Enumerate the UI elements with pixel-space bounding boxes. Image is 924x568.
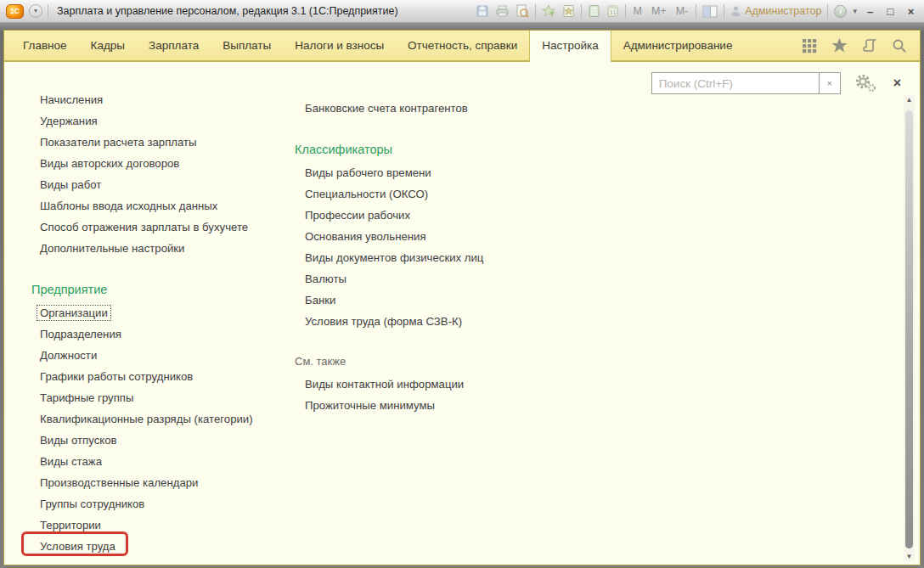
current-user-button[interactable]: Администратор: [730, 5, 821, 17]
search-field-group: ×: [651, 72, 841, 94]
split-window-icon[interactable]: [702, 5, 718, 18]
red-highlight-box: [21, 531, 128, 556]
settings-panel: × × НачисленияУдержанияПоказатели расчет…: [4, 62, 920, 565]
nav-link[interactable]: Виды документов физических лиц: [305, 247, 483, 268]
favorites-list-icon[interactable]: [562, 4, 575, 18]
memory-recall-button[interactable]: M: [632, 5, 644, 17]
nav-link[interactable]: Условия труда (форма СЗВ-К): [305, 311, 462, 332]
tab-staff[interactable]: Кадры: [79, 31, 137, 60]
nav-link[interactable]: Производственные календари: [40, 472, 198, 493]
nav-link[interactable]: Территории: [40, 515, 101, 536]
user-icon: [730, 5, 741, 17]
separator: [827, 4, 828, 19]
titlebar-toolbar: 31 M M+ M- Администратор i ▾ – □ ×: [476, 4, 918, 19]
system-menu-button[interactable]: ▾: [29, 4, 42, 18]
tabbar-tools: [801, 31, 920, 60]
search-input[interactable]: [652, 73, 819, 93]
search-clear-button[interactable]: ×: [819, 73, 840, 93]
separator: [48, 4, 48, 19]
panel-search-row: × ×: [651, 72, 901, 94]
save-icon[interactable]: [476, 4, 489, 18]
app-window: 1С ▾ Зарплата и управление персоналом, р…: [0, 0, 924, 568]
tabs: ГлавноеКадрыЗарплатаВыплатыНалоги и взно…: [11, 31, 744, 60]
nav-link[interactable]: Дополнительные настройки: [40, 238, 184, 259]
window-title: Зарплата и управление персоналом, редакц…: [57, 5, 398, 17]
svg-text:31: 31: [609, 9, 616, 16]
section-heading: Предприятие: [31, 278, 253, 302]
tab-reports[interactable]: Отчетность, справки: [396, 31, 529, 60]
section-heading: Классификаторы: [295, 138, 483, 162]
nav-link[interactable]: Тарифные группы: [40, 387, 133, 408]
favorites-icon[interactable]: [831, 37, 848, 54]
nav-right-column: Банковские счета контрагентовКлассификат…: [295, 98, 483, 416]
window-frame: ГлавноеКадрыЗарплатаВыплатыНалоги и взно…: [0, 23, 924, 568]
scrollbar-thumb[interactable]: [905, 110, 913, 548]
separator: [724, 4, 724, 19]
nav-link[interactable]: Подразделения: [40, 323, 121, 345]
section-tab-bar: ГлавноеКадрыЗарплатаВыплатыНалоги и взно…: [4, 31, 920, 62]
calendar-icon[interactable]: 31: [606, 4, 619, 18]
separator: [535, 4, 536, 19]
nav-link[interactable]: Квалификационные разряды (категории): [40, 408, 253, 430]
print-preview-icon[interactable]: [516, 4, 529, 18]
calculator-icon[interactable]: [588, 4, 600, 18]
nav-link[interactable]: Должности: [40, 345, 97, 366]
focused-link-text: Организации: [37, 305, 111, 321]
maximize-button[interactable]: □: [883, 5, 898, 18]
tab-administration[interactable]: Администрирование: [611, 31, 745, 60]
history-icon[interactable]: [861, 37, 878, 54]
vertical-scrollbar[interactable]: ▲ ▼: [904, 95, 915, 562]
tab-settings[interactable]: Настройка: [529, 31, 611, 62]
nav-link[interactable]: Показатели расчета зарплаты: [40, 132, 197, 153]
chevron-down-icon[interactable]: ▾: [853, 7, 857, 15]
nav-link[interactable]: Виды рабочего времени: [305, 162, 431, 183]
tab-salary[interactable]: Зарплата: [137, 31, 211, 60]
nav-link[interactable]: Условия труда: [40, 536, 116, 557]
nav-left-column: НачисленияУдержанияПоказатели расчета за…: [31, 89, 253, 557]
nav-link[interactable]: Прожиточные минимумы: [305, 395, 435, 416]
scroll-up-icon[interactable]: ▲: [904, 95, 915, 105]
nav-link[interactable]: Виды отпусков: [40, 430, 117, 451]
nav-link[interactable]: Удержания: [40, 110, 98, 132]
all-functions-icon[interactable]: [801, 37, 818, 54]
nav-link[interactable]: Начисления: [40, 89, 103, 110]
nav-link[interactable]: Валюты: [305, 268, 346, 290]
add-to-favorites-icon[interactable]: [542, 4, 556, 18]
nav-link[interactable]: Виды контактной информации: [305, 374, 464, 395]
nav-link[interactable]: Виды авторских договоров: [40, 153, 179, 174]
panel-close-icon[interactable]: ×: [893, 76, 901, 91]
tab-taxes[interactable]: Налоги и взносы: [283, 31, 396, 60]
nav-link[interactable]: Банковские счета контрагентов: [305, 98, 468, 119]
1c-logo-icon: 1С: [6, 4, 24, 19]
nav-link[interactable]: Способ отражения зарплаты в бухучете: [40, 217, 248, 238]
see-also-heading: См. также: [295, 349, 483, 374]
memory-plus-button[interactable]: M+: [650, 5, 668, 17]
panel-settings-gear-icon[interactable]: [854, 74, 876, 93]
global-search-icon[interactable]: [891, 37, 908, 54]
info-icon[interactable]: i: [834, 5, 847, 18]
memory-minus-button[interactable]: M-: [674, 5, 690, 17]
separator: [696, 4, 696, 19]
nav-link[interactable]: Графики работы сотрудников: [40, 366, 193, 387]
nav-link[interactable]: Организации: [40, 302, 111, 323]
window-content: ГлавноеКадрыЗарплатаВыплатыНалоги и взно…: [3, 30, 921, 565]
minimize-button[interactable]: –: [863, 5, 877, 18]
nav-link[interactable]: Основания увольнения: [305, 226, 426, 247]
nav-link[interactable]: Шаблоны ввода исходных данных: [40, 195, 217, 217]
tab-payments[interactable]: Выплаты: [211, 31, 283, 60]
nav-link[interactable]: Профессии рабочих: [305, 205, 410, 226]
print-icon[interactable]: [495, 4, 510, 18]
tab-main[interactable]: Главное: [11, 31, 79, 60]
nav-link[interactable]: Группы сотрудников: [40, 493, 144, 515]
nav-link[interactable]: Виды стажа: [40, 451, 102, 472]
close-button[interactable]: ×: [904, 5, 918, 18]
nav-link[interactable]: Виды работ: [40, 174, 101, 195]
user-name: Администратор: [745, 5, 821, 17]
title-bar: 1С ▾ Зарплата и управление персоналом, р…: [0, 0, 924, 23]
scroll-down-icon[interactable]: ▼: [904, 552, 915, 562]
nav-link[interactable]: Банки: [305, 290, 335, 311]
separator: [625, 4, 626, 19]
nav-link[interactable]: Специальности (ОКСО): [305, 183, 428, 205]
separator: [581, 4, 582, 19]
